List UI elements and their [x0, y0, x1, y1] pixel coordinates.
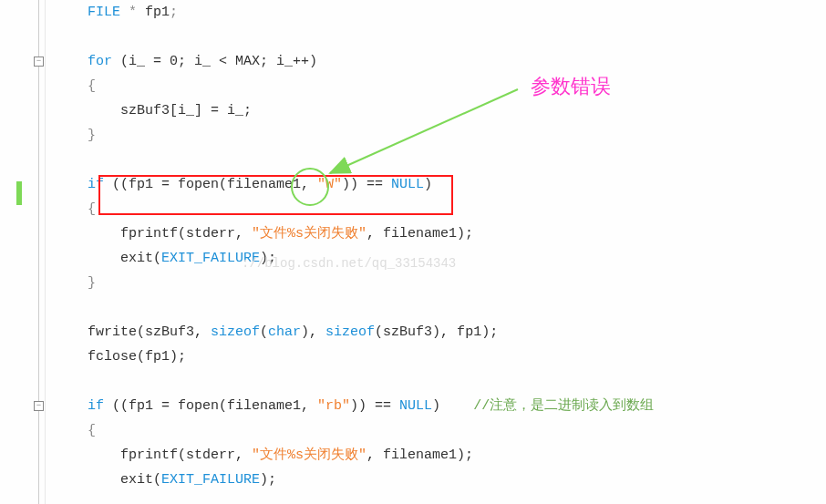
- code-line: [55, 295, 826, 320]
- fold-toggle[interactable]: [34, 57, 44, 67]
- code-line: fclose(fp1);: [55, 345, 826, 369]
- fold-guide-line: [38, 0, 39, 504]
- gutter: [0, 0, 46, 504]
- code-line: [55, 25, 826, 49]
- code-editor[interactable]: FILE * fp1; for (i_ = 0; i_ < MAX; i_++)…: [55, 0, 826, 504]
- code-line: if ((fp1 = fopen(filename1, "W")) == NUL…: [55, 172, 826, 197]
- fold-toggle[interactable]: [34, 401, 44, 411]
- code-line: [55, 148, 826, 172]
- change-marker: [16, 181, 22, 205]
- code-line: }: [55, 271, 826, 295]
- code-line: FILE * fp1;: [55, 0, 826, 25]
- code-line: fprintf(stderr, "文件%s关闭失败", filename1);: [55, 443, 826, 468]
- code-line: exit(EXIT_FAILURE);: [55, 246, 826, 271]
- code-line: [55, 369, 826, 394]
- code-line: {: [55, 74, 826, 98]
- code-line: {: [55, 197, 826, 221]
- code-line: exit(EXIT_FAILURE);: [55, 468, 826, 492]
- code-line: {: [55, 418, 826, 443]
- code-line: if ((fp1 = fopen(filename1, "rb")) == NU…: [55, 394, 826, 418]
- code-line: for (i_ = 0; i_ < MAX; i_++): [55, 49, 826, 74]
- code-line: szBuf3[i_] = i_;: [55, 98, 826, 123]
- code-line: fprintf(stderr, "文件%s关闭失败", filename1);: [55, 221, 826, 246]
- code-line: }: [55, 123, 826, 148]
- code-line: fwrite(szBuf3, sizeof(char), sizeof(szBu…: [55, 320, 826, 345]
